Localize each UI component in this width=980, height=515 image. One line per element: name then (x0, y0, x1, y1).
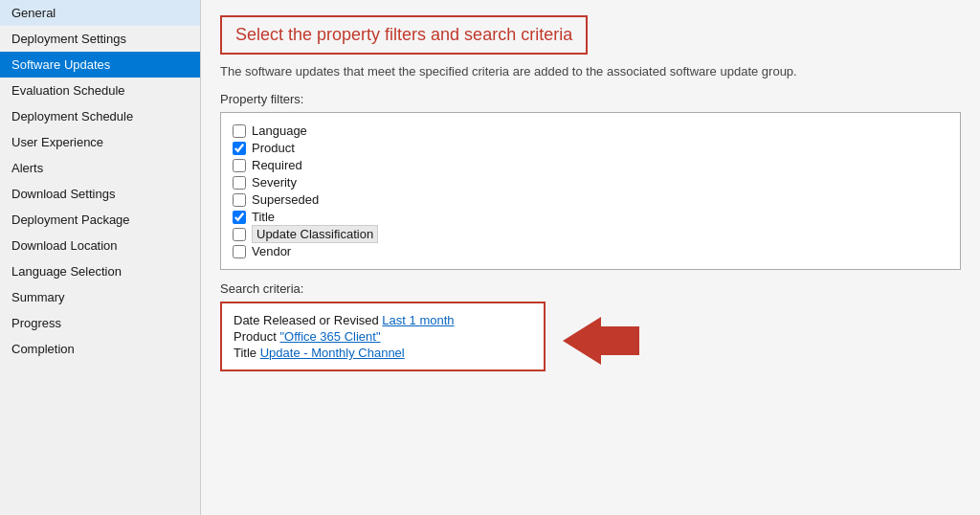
sidebar-item-deployment-schedule[interactable]: Deployment Schedule (0, 103, 200, 129)
search-criteria-link[interactable]: Last 1 month (382, 313, 454, 327)
checkbox-label-update-classification: Update Classification (252, 227, 378, 241)
checkbox-row-language: Language (233, 123, 948, 138)
search-criteria-row: Title Update - Monthly Channel (234, 346, 532, 360)
main-body: The software updates that meet the speci… (201, 64, 980, 515)
arrow-icon (553, 317, 639, 365)
search-criteria-label: Search criteria: (220, 281, 961, 296)
checkbox-row-product: Product (233, 141, 948, 155)
search-criteria-box: Date Released or Revised Last 1 monthPro… (220, 302, 546, 371)
search-criteria-row: Product "Office 365 Client" (234, 329, 532, 344)
checkbox-vendor[interactable] (233, 245, 246, 258)
checkbox-superseded[interactable] (233, 193, 246, 207)
sidebar-item-deployment-package[interactable]: Deployment Package (0, 207, 200, 233)
sidebar-item-deployment-settings[interactable]: Deployment Settings (0, 26, 200, 52)
checkbox-label-title: Title (252, 210, 275, 224)
checkbox-label-language: Language (252, 123, 307, 138)
checkbox-row-superseded: Superseded (233, 192, 948, 207)
checkbox-label-vendor: Vendor (252, 244, 291, 258)
property-filters-box: LanguageProductRequiredSeveritySupersede… (220, 112, 961, 270)
main-header-box: Select the property filters and search c… (220, 15, 588, 55)
sidebar-item-language-selection[interactable]: Language Selection (0, 258, 200, 284)
checkbox-row-update-classification: Update Classification (233, 227, 948, 241)
sidebar-item-alerts[interactable]: Alerts (0, 155, 200, 181)
checkbox-product[interactable] (233, 142, 246, 155)
sidebar-item-general[interactable]: General (0, 0, 200, 26)
checkbox-title[interactable] (233, 211, 246, 224)
search-criteria-area: Date Released or Revised Last 1 monthPro… (220, 302, 961, 379)
sidebar-item-progress[interactable]: Progress (0, 310, 200, 336)
checkbox-label-required: Required (252, 158, 302, 172)
sidebar-item-summary[interactable]: Summary (0, 284, 200, 310)
property-filters-label: Property filters: (220, 92, 961, 106)
sidebar-item-download-settings[interactable]: Download Settings (0, 181, 200, 207)
checkbox-severity[interactable] (233, 176, 246, 190)
sidebar-item-software-updates[interactable]: Software Updates (0, 52, 200, 78)
checkbox-language[interactable] (233, 124, 246, 138)
sidebar-item-evaluation-schedule[interactable]: Evaluation Schedule (0, 78, 200, 103)
checkbox-row-severity: Severity (233, 175, 948, 190)
checkbox-label-superseded: Superseded (252, 192, 319, 207)
checkbox-row-required: Required (233, 158, 948, 172)
checkbox-update-classification[interactable] (233, 228, 246, 241)
checkbox-label-severity: Severity (252, 175, 297, 190)
sidebar: GeneralDeployment SettingsSoftware Updat… (0, 0, 201, 515)
checkbox-label-product: Product (252, 141, 295, 155)
search-criteria-link[interactable]: "Office 365 Client" (279, 329, 380, 344)
search-criteria-row: Date Released or Revised Last 1 month (234, 313, 532, 327)
main-title: Select the property filters and search c… (235, 25, 572, 44)
sidebar-item-user-experience[interactable]: User Experience (0, 129, 200, 155)
checkbox-row-vendor: Vendor (233, 244, 948, 258)
description-text: The software updates that meet the speci… (220, 64, 961, 78)
checkbox-required[interactable] (233, 159, 246, 172)
svg-marker-0 (563, 317, 639, 365)
main-content: Select the property filters and search c… (201, 0, 980, 515)
checkbox-row-title: Title (233, 210, 948, 224)
sidebar-item-completion[interactable]: Completion (0, 336, 200, 362)
sidebar-item-download-location[interactable]: Download Location (0, 233, 200, 258)
search-criteria-link[interactable]: Update - Monthly Channel (260, 346, 405, 360)
